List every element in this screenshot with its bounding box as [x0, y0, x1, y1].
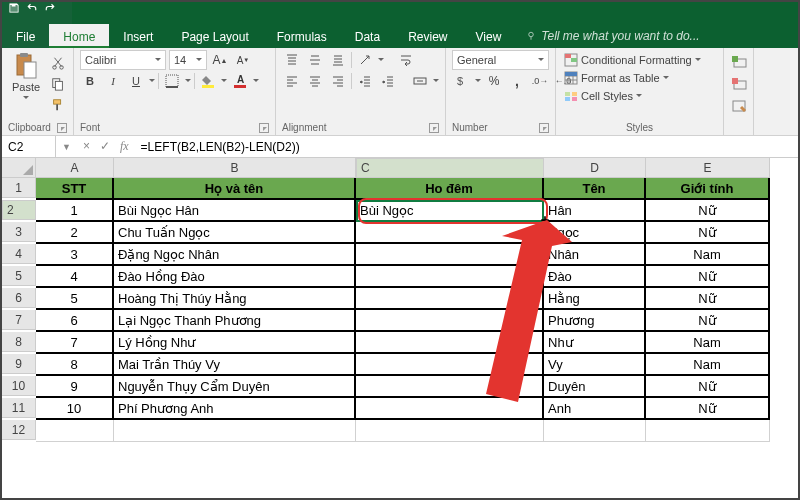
cell[interactable]: Anh — [544, 398, 646, 420]
cell[interactable]: Như — [544, 332, 646, 354]
table-header[interactable]: Tên — [544, 178, 646, 200]
cell[interactable]: Bùi Ngọc Hân — [114, 200, 356, 222]
tab-data[interactable]: Data — [341, 24, 394, 48]
cell[interactable] — [356, 332, 544, 354]
row-header[interactable]: 2 — [2, 200, 36, 220]
row-header[interactable]: 1 — [2, 178, 36, 198]
tell-me[interactable]: Tell me what you want to do... — [515, 24, 699, 48]
cell[interactable] — [356, 244, 544, 266]
cell[interactable]: 10 — [36, 398, 114, 420]
row-header[interactable]: 10 — [2, 376, 36, 396]
cell[interactable] — [646, 420, 770, 442]
cell[interactable] — [114, 420, 356, 442]
tab-review[interactable]: Review — [394, 24, 461, 48]
cell[interactable]: Vy — [544, 354, 646, 376]
cell[interactable] — [36, 420, 114, 442]
font-name-select[interactable]: Calibri — [80, 50, 166, 70]
delete-cells-icon[interactable] — [730, 74, 750, 94]
row-header[interactable]: 12 — [2, 420, 36, 440]
alignment-dialog-icon[interactable] — [429, 123, 439, 133]
cell[interactable] — [356, 310, 544, 332]
orientation-button[interactable] — [355, 50, 375, 70]
format-table-button[interactable]: Format as Table — [562, 70, 671, 86]
cell[interactable]: Ngọc — [544, 222, 646, 244]
row-header[interactable]: 9 — [2, 354, 36, 374]
col-header-b[interactable]: B — [114, 158, 356, 178]
cell[interactable]: Nữ — [646, 200, 770, 222]
table-header[interactable]: Ho đêm — [356, 178, 544, 200]
number-dialog-icon[interactable] — [539, 123, 549, 133]
increase-font-button[interactable]: A▲ — [210, 50, 230, 70]
cell[interactable]: Phương — [544, 310, 646, 332]
tab-file[interactable]: File — [2, 24, 49, 48]
align-bottom-button[interactable] — [328, 50, 348, 70]
cell[interactable] — [356, 420, 544, 442]
cell[interactable]: 5 — [36, 288, 114, 310]
cell[interactable]: Nam — [646, 354, 770, 376]
cell[interactable] — [356, 398, 544, 420]
cell[interactable]: Nữ — [646, 222, 770, 244]
font-size-select[interactable]: 14 — [169, 50, 207, 70]
conditional-formatting-button[interactable]: Conditional Formatting — [562, 52, 703, 68]
fill-handle-icon[interactable]: + — [540, 217, 550, 227]
comma-button[interactable]: , — [507, 71, 527, 91]
cell[interactable]: 8 — [36, 354, 114, 376]
bold-button[interactable]: B — [80, 71, 100, 91]
wrap-text-button[interactable] — [396, 50, 416, 70]
paste-button[interactable]: Paste — [8, 50, 44, 104]
cell[interactable]: Mai Trần Thúy Vy — [114, 354, 356, 376]
cell[interactable] — [356, 222, 544, 244]
cell[interactable]: Duyên — [544, 376, 646, 398]
table-header[interactable]: Họ và tên — [114, 178, 356, 200]
cut-button[interactable] — [48, 53, 68, 73]
col-header-c[interactable]: C — [356, 158, 544, 178]
cell[interactable]: Hân — [544, 200, 646, 222]
accounting-format-button[interactable]: $ — [452, 71, 472, 91]
tab-view[interactable]: View — [462, 24, 516, 48]
cell[interactable]: Lý Hồng Như — [114, 332, 356, 354]
row-header[interactable]: 3 — [2, 222, 36, 242]
format-cells-icon[interactable] — [730, 96, 750, 116]
align-top-button[interactable] — [282, 50, 302, 70]
cell[interactable]: Hoàng Thị Thúy Hằng — [114, 288, 356, 310]
align-center-button[interactable] — [305, 71, 325, 91]
cell[interactable]: Đặng Ngọc Nhân — [114, 244, 356, 266]
row-header[interactable]: 11 — [2, 398, 36, 418]
save-icon[interactable] — [8, 2, 20, 14]
row-header[interactable]: 8 — [2, 332, 36, 352]
cell[interactable]: 6 — [36, 310, 114, 332]
cell[interactable] — [544, 420, 646, 442]
cell[interactable]: Đào — [544, 266, 646, 288]
row-header[interactable]: 5 — [2, 266, 36, 286]
font-dialog-icon[interactable] — [259, 123, 269, 133]
select-all-corner[interactable] — [2, 158, 36, 178]
cell[interactable]: 4 — [36, 266, 114, 288]
cell[interactable]: 3 — [36, 244, 114, 266]
insert-cells-icon[interactable] — [730, 52, 750, 72]
font-color-button[interactable]: A — [230, 71, 250, 91]
cell[interactable]: Đào Hồng Đào — [114, 266, 356, 288]
decrease-indent-button[interactable] — [355, 71, 375, 91]
cell[interactable]: 7 — [36, 332, 114, 354]
cell[interactable]: Nữ — [646, 310, 770, 332]
cell[interactable] — [356, 354, 544, 376]
cell[interactable]: Nữ — [646, 376, 770, 398]
align-middle-button[interactable] — [305, 50, 325, 70]
cell[interactable]: Nhân — [544, 244, 646, 266]
increase-decimal-button[interactable]: .0→ — [530, 71, 550, 91]
col-header-d[interactable]: D — [544, 158, 646, 178]
italic-button[interactable]: I — [103, 71, 123, 91]
borders-button[interactable] — [162, 71, 182, 91]
decrease-font-button[interactable]: A▼ — [233, 50, 253, 70]
row-header[interactable]: 4 — [2, 244, 36, 264]
format-painter-button[interactable] — [48, 95, 68, 115]
underline-button[interactable]: U — [126, 71, 146, 91]
cell[interactable] — [356, 266, 544, 288]
tab-insert[interactable]: Insert — [109, 24, 167, 48]
cell[interactable] — [356, 288, 544, 310]
cell[interactable]: 2 — [36, 222, 114, 244]
row-header[interactable]: 6 — [2, 288, 36, 308]
copy-button[interactable] — [48, 74, 68, 94]
fx-icon[interactable]: fx — [120, 139, 129, 154]
increase-indent-button[interactable] — [378, 71, 398, 91]
